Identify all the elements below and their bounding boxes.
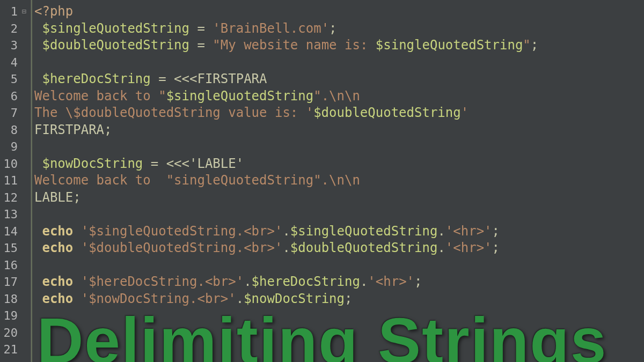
code-line[interactable]: [34, 324, 644, 342]
line-number: 14: [2, 223, 26, 240]
code-line[interactable]: Welcome back to "singleQuotedString".\n\…: [34, 172, 644, 189]
line-number: 7: [2, 105, 26, 122]
line-number: 19: [2, 307, 26, 324]
code-line[interactable]: [34, 257, 644, 274]
line-number: 16: [2, 257, 26, 274]
code-line[interactable]: FIRSTPARA;: [34, 122, 644, 139]
line-number: 3: [2, 37, 26, 54]
line-number: 4: [2, 54, 26, 71]
code-area[interactable]: <?php $singleQuotedString = 'BrainBell.c…: [31, 0, 644, 362]
line-number: 11: [2, 172, 26, 189]
line-number: 17: [2, 274, 26, 291]
code-line[interactable]: [34, 54, 644, 71]
code-line[interactable]: $nowDocString = <<<'LABLE': [34, 156, 644, 173]
line-number: 20: [2, 324, 26, 342]
code-line[interactable]: The \$doubleQuotedString value is: '$dou…: [34, 105, 644, 122]
line-number: 6: [2, 88, 26, 105]
line-number: 12: [2, 189, 26, 206]
line-number: 8: [2, 122, 26, 139]
line-number: 1⊟: [2, 3, 26, 20]
code-line[interactable]: echo '$singleQuotedString.<br>'.$singleQ…: [34, 223, 644, 240]
code-line[interactable]: echo '$nowDocString.<br>'.$nowDocString;: [34, 291, 644, 308]
code-line[interactable]: <?php: [34, 3, 644, 20]
line-number: 15: [2, 240, 26, 257]
code-editor: 1⊟23456789101112131415161718192021 <?php…: [0, 0, 644, 362]
line-number: 18: [2, 291, 26, 308]
code-line[interactable]: $singleQuotedString = 'BrainBell.com';: [34, 20, 644, 38]
code-line[interactable]: Welcome back to "$singleQuotedString".\n…: [34, 88, 644, 105]
line-number: 13: [2, 206, 26, 223]
code-line[interactable]: [34, 138, 644, 156]
code-line[interactable]: [34, 206, 644, 223]
code-line[interactable]: echo '$doubleQuotedString.<br>'.$doubleQ…: [34, 240, 644, 257]
line-number: 2: [2, 20, 26, 38]
code-line[interactable]: [34, 341, 644, 358]
line-number: 21: [2, 341, 26, 358]
code-line[interactable]: echo '$hereDocString.<br>'.$hereDocStrin…: [34, 274, 644, 291]
code-line[interactable]: $doubleQuotedString = "My website name i…: [34, 37, 644, 54]
line-number: 9: [2, 138, 26, 156]
line-number: 5: [2, 71, 26, 88]
line-number: 10: [2, 156, 26, 173]
line-number-gutter: 1⊟23456789101112131415161718192021: [0, 0, 31, 362]
fold-toggle-icon[interactable]: ⊟: [20, 3, 26, 20]
code-line[interactable]: $hereDocString = <<<FIRSTPARA: [34, 71, 644, 88]
code-line[interactable]: [34, 307, 644, 324]
code-line[interactable]: LABLE;: [34, 189, 644, 206]
